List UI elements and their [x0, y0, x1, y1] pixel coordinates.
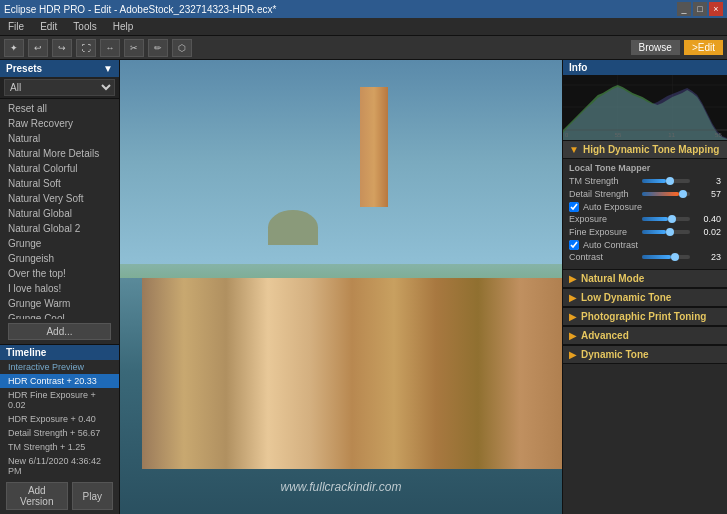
presets-title: Presets	[6, 63, 42, 74]
tool-crop[interactable]: ✂	[124, 39, 144, 57]
watermark-text: www.fullcrackindir.com	[281, 480, 402, 494]
print-toning-header[interactable]: ▶ Photographic Print Toning	[563, 307, 727, 326]
tool-redo[interactable]: ↪	[52, 39, 72, 57]
menu-edit[interactable]: Edit	[36, 20, 61, 33]
contrast-track[interactable]	[642, 255, 690, 259]
timeline-item[interactable]: HDR Fine Exposure + 0.02	[0, 388, 119, 412]
timeline-item[interactable]: Interactive Preview	[0, 360, 119, 374]
exposure-track[interactable]	[642, 217, 690, 221]
maximize-button[interactable]: □	[693, 2, 707, 16]
preset-item[interactable]: Natural	[0, 131, 119, 146]
high-dynamic-title: High Dynamic Tone Mapping	[583, 144, 719, 155]
dynamic-tone-arrow: ▶	[569, 349, 577, 360]
detail-strength-thumb	[679, 190, 687, 198]
preset-item[interactable]: Grungeish	[0, 251, 119, 266]
timeline: Timeline Interactive PreviewHDR Contrast…	[0, 344, 119, 514]
low-dynamic-header[interactable]: ▶ Low Dynamic Tone	[563, 288, 727, 307]
bell-tower	[360, 87, 388, 207]
preset-filter: All	[0, 77, 119, 99]
play-button[interactable]: Play	[72, 482, 113, 510]
detail-strength-value: 57	[693, 189, 721, 199]
presets-collapse-icon[interactable]: ▼	[103, 63, 113, 74]
exposure-label: Exposure	[569, 214, 639, 224]
center-panel: www.fullcrackindir.com	[120, 60, 562, 514]
info-header: Info	[563, 60, 727, 75]
svg-text:55: 55	[715, 132, 722, 138]
tm-strength-row: TM Strength 3	[569, 176, 721, 186]
preset-item[interactable]: Natural Global	[0, 206, 119, 221]
menu-tools[interactable]: Tools	[69, 20, 100, 33]
low-dynamic-arrow: ▶	[569, 292, 577, 303]
timeline-header: Timeline	[0, 345, 119, 360]
preset-item[interactable]: Grunge	[0, 236, 119, 251]
advanced-arrow: ▶	[569, 330, 577, 341]
menu-file[interactable]: File	[4, 20, 28, 33]
contrast-fill	[642, 255, 671, 259]
high-dynamic-arrow: ▼	[569, 144, 579, 155]
tool-fullscreen[interactable]: ⛶	[76, 39, 96, 57]
preset-item[interactable]: Grunge Cool	[0, 311, 119, 319]
preset-item[interactable]: Over the top!	[0, 266, 119, 281]
tm-strength-value: 3	[693, 176, 721, 186]
dynamic-tone-header[interactable]: ▶ Dynamic Tone	[563, 345, 727, 364]
close-button[interactable]: ×	[709, 2, 723, 16]
preset-item[interactable]: Natural Colorful	[0, 161, 119, 176]
exposure-thumb	[668, 215, 676, 223]
minimize-button[interactable]: _	[677, 2, 691, 16]
tool-undo[interactable]: ↩	[28, 39, 48, 57]
church-dome	[268, 210, 318, 245]
local-tone-mapper-label: Local Tone Mapper	[569, 163, 721, 173]
auto-contrast-checkbox[interactable]	[569, 240, 579, 250]
right-panel: Info 0 55 11 55	[562, 60, 727, 514]
window-title: Eclipse HDR PRO - Edit - AdobeStock_2327…	[4, 4, 677, 15]
preset-item[interactable]: Natural Soft	[0, 176, 119, 191]
preset-filter-select[interactable]: All	[4, 79, 115, 96]
natural-mode-header[interactable]: ▶ Natural Mode	[563, 269, 727, 288]
fine-exposure-thumb	[666, 228, 674, 236]
preset-item[interactable]: Natural Very Soft	[0, 191, 119, 206]
menu-help[interactable]: Help	[109, 20, 138, 33]
auto-exposure-checkbox[interactable]	[569, 202, 579, 212]
timeline-item[interactable]: New 6/11/2020 4:36:42 PM	[0, 454, 119, 478]
tool-shape[interactable]: ⬡	[172, 39, 192, 57]
preset-item[interactable]: Grunge Warm	[0, 296, 119, 311]
timeline-item[interactable]: HDR Exposure + 0.40	[0, 412, 119, 426]
preset-item[interactable]: I love halos!	[0, 281, 119, 296]
contrast-thumb	[671, 253, 679, 261]
detail-strength-track[interactable]	[642, 192, 690, 196]
preset-item[interactable]: Raw Recovery	[0, 116, 119, 131]
histogram-chart: 0 55 11 55	[563, 75, 727, 140]
auto-contrast-label: Auto Contrast	[583, 240, 638, 250]
timeline-item[interactable]: Detail Strength + 56.67	[0, 426, 119, 440]
browse-button[interactable]: Browse	[631, 40, 680, 55]
tool-cursor[interactable]: ✦	[4, 39, 24, 57]
preset-item[interactable]: Natural Global 2	[0, 221, 119, 236]
building-row	[142, 278, 562, 469]
tool-compare[interactable]: ↔	[100, 39, 120, 57]
buildings	[142, 196, 562, 468]
high-dynamic-header[interactable]: ▼ High Dynamic Tone Mapping	[563, 140, 727, 159]
add-preset-button[interactable]: Add...	[8, 323, 111, 340]
timeline-buttons: Add Version Play	[0, 478, 119, 514]
tm-strength-track[interactable]	[642, 179, 690, 183]
timeline-item[interactable]: TM Strength + 1.25	[0, 440, 119, 454]
exposure-fill	[642, 217, 668, 221]
add-version-button[interactable]: Add Version	[6, 482, 68, 510]
fine-exposure-track[interactable]	[642, 230, 690, 234]
fine-exposure-value: 0.02	[693, 227, 721, 237]
tool-brush[interactable]: ✏	[148, 39, 168, 57]
histogram-area: 0 55 11 55	[563, 75, 727, 140]
main-content: Presets ▼ All Reset allRaw RecoveryNatur…	[0, 60, 727, 514]
edit-button[interactable]: >Edit	[684, 40, 723, 55]
tm-strength-label: TM Strength	[569, 176, 639, 186]
toolbar-tools: ✦ ↩ ↪ ⛶ ↔ ✂ ✏ ⬡	[4, 39, 192, 57]
preset-item[interactable]: Natural More Details	[0, 146, 119, 161]
advanced-title: Advanced	[581, 330, 629, 341]
presets-header: Presets ▼	[0, 60, 119, 77]
low-dynamic-title: Low Dynamic Tone	[581, 292, 671, 303]
preset-item[interactable]: Reset all	[0, 101, 119, 116]
timeline-item[interactable]: HDR Contrast + 20.33	[0, 374, 119, 388]
timeline-list: Interactive PreviewHDR Contrast + 20.33H…	[0, 360, 119, 478]
print-toning-title: Photographic Print Toning	[581, 311, 706, 322]
advanced-header[interactable]: ▶ Advanced	[563, 326, 727, 345]
